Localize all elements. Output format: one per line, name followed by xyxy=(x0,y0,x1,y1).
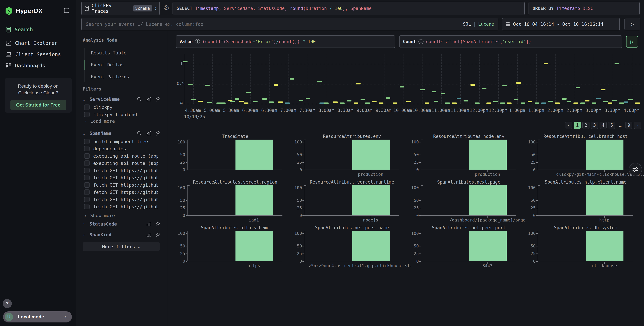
mini-chart[interactable]: ResourceAttributes.node.env10050250produ… xyxy=(410,133,527,179)
data-point[interactable] xyxy=(562,98,566,100)
data-point[interactable] xyxy=(317,81,322,82)
mini-chart[interactable]: SpanAttributes.http.client.name10050250h… xyxy=(527,179,644,225)
data-point[interactable] xyxy=(544,63,548,64)
lucene-mode-button[interactable]: Lucene xyxy=(478,22,494,27)
filter-checkbox-item[interactable]: clickpy-frontend xyxy=(84,112,158,117)
filter-checkbox-item[interactable]: build component tree xyxy=(84,139,158,144)
data-point[interactable] xyxy=(262,98,267,100)
mini-chart[interactable]: SpanAttributes.next.page10050250/dashboa… xyxy=(410,179,527,225)
pin-icon[interactable] xyxy=(156,232,160,237)
pin-icon[interactable] xyxy=(156,222,160,226)
data-point[interactable] xyxy=(603,101,608,102)
run-analysis-button[interactable]: ▷ xyxy=(626,36,638,48)
sql-select-input[interactable]: SELECT Timestamp, ServiceName, StatusCod… xyxy=(172,2,525,15)
checkbox[interactable] xyxy=(84,104,90,110)
data-point[interactable] xyxy=(528,101,532,102)
mini-chart[interactable]: ResourceAttributes.vercel.region10050250… xyxy=(177,179,294,225)
data-point[interactable] xyxy=(340,102,344,104)
data-point[interactable] xyxy=(246,92,251,93)
bar[interactable] xyxy=(469,139,507,170)
checkbox[interactable] xyxy=(84,160,90,166)
data-point[interactable] xyxy=(434,101,438,102)
value-expression-input[interactable]: Value i (countIf(StatusCode='Error')/cou… xyxy=(176,35,395,48)
data-point[interactable] xyxy=(379,102,384,104)
filter-checkbox-item[interactable]: clickpy xyxy=(84,104,158,110)
data-point[interactable] xyxy=(601,89,606,90)
data-point[interactable] xyxy=(205,85,210,86)
data-point[interactable] xyxy=(452,102,457,104)
checkbox[interactable] xyxy=(84,139,90,144)
analysis-mode-results-table[interactable]: Results Table xyxy=(91,50,126,55)
page-button[interactable]: 9 xyxy=(625,122,632,129)
data-point[interactable] xyxy=(278,101,283,103)
data-point[interactable] xyxy=(475,102,480,104)
data-point[interactable] xyxy=(360,99,365,100)
data-point[interactable] xyxy=(534,102,539,104)
checkbox[interactable] xyxy=(84,204,90,209)
data-point[interactable] xyxy=(486,102,491,104)
page-button[interactable]: 3 xyxy=(591,122,598,129)
data-point[interactable] xyxy=(406,101,411,102)
data-point[interactable] xyxy=(333,101,338,103)
filter-checkbox-item[interactable]: fetch GET https://github.… xyxy=(84,175,158,180)
data-point[interactable] xyxy=(619,102,624,104)
bar[interactable] xyxy=(586,231,624,261)
data-point[interactable] xyxy=(635,102,640,104)
bar[interactable] xyxy=(352,139,390,170)
bar[interactable] xyxy=(586,185,624,215)
help-button[interactable]: ? xyxy=(3,299,12,308)
chart-settings-fab[interactable] xyxy=(629,163,642,176)
mini-chart[interactable]: SpanAttributes.net.peer.name10050250z5nr… xyxy=(294,225,410,271)
data-point[interactable] xyxy=(269,101,274,103)
bar-chart-icon[interactable] xyxy=(146,222,151,226)
date-range-picker[interactable]: Oct 10 04:16:14 - Oct 10 16:16:14 xyxy=(502,18,620,30)
filter-checkbox-item[interactable]: fetch GET https://github.… xyxy=(84,190,158,195)
checkbox[interactable] xyxy=(84,153,90,158)
data-point[interactable] xyxy=(628,99,633,100)
bar[interactable] xyxy=(469,185,507,215)
pin-icon[interactable] xyxy=(156,131,160,136)
data-point[interactable] xyxy=(514,99,518,100)
bar[interactable] xyxy=(236,139,273,170)
filter-checkbox-item[interactable]: fetch GET https://github.… xyxy=(84,168,158,173)
pin-icon[interactable] xyxy=(156,97,160,102)
data-point[interactable] xyxy=(548,101,553,102)
data-point[interactable] xyxy=(324,102,328,104)
bar[interactable] xyxy=(352,231,390,261)
data-point[interactable] xyxy=(372,101,376,102)
sidebar-item-client-sessions[interactable]: Client Sessions xyxy=(6,51,61,57)
settings-gear-icon[interactable]: ⚙ xyxy=(164,4,170,12)
data-point[interactable] xyxy=(493,101,498,102)
analysis-mode-event-deltas[interactable]: Event Deltas xyxy=(91,62,124,67)
filter-group-servicename[interactable]: ⌄ ServiceName xyxy=(83,97,160,102)
data-point[interactable] xyxy=(386,97,390,99)
filter-checkbox-item[interactable]: fetch GET https://github.… xyxy=(84,197,158,202)
data-point[interactable] xyxy=(198,101,203,102)
events-scatter-chart[interactable]: 4:30am5:00am5:30am6:00am6:30am7:00am7:30… xyxy=(177,51,643,121)
data-point[interactable] xyxy=(464,100,468,101)
data-point[interactable] xyxy=(239,101,244,102)
search-icon[interactable] xyxy=(137,131,142,136)
data-point[interactable] xyxy=(614,63,619,64)
data-point[interactable] xyxy=(482,88,486,89)
data-point[interactable] xyxy=(580,102,585,104)
mini-chart[interactable]: SpanAttributes.http.scheme10050250https xyxy=(177,225,294,271)
data-point[interactable] xyxy=(612,100,617,101)
filter-checkbox-item[interactable]: dependencies xyxy=(84,146,158,151)
data-point[interactable] xyxy=(596,98,601,99)
data-point[interactable] xyxy=(555,102,560,104)
load-more-button[interactable]: › Load more xyxy=(84,118,115,124)
mini-chart[interactable]: SpanAttributes.net.peer.port100502508443 xyxy=(410,225,527,271)
page-button[interactable]: 1 xyxy=(574,122,581,129)
data-point[interactable] xyxy=(576,87,580,88)
order-by-input[interactable]: ORDER BY Timestamp DESC xyxy=(528,2,640,15)
data-point[interactable] xyxy=(502,85,507,86)
data-point[interactable] xyxy=(608,102,612,104)
data-point[interactable] xyxy=(191,99,196,100)
prev-button[interactable]: ‹ xyxy=(565,122,572,129)
data-point[interactable] xyxy=(541,102,546,104)
data-point[interactable] xyxy=(585,100,590,101)
data-point[interactable] xyxy=(216,102,221,104)
data-point[interactable] xyxy=(470,84,475,86)
mini-chart[interactable]: SpanAttributes.db.system10050250clickhou… xyxy=(527,225,644,271)
